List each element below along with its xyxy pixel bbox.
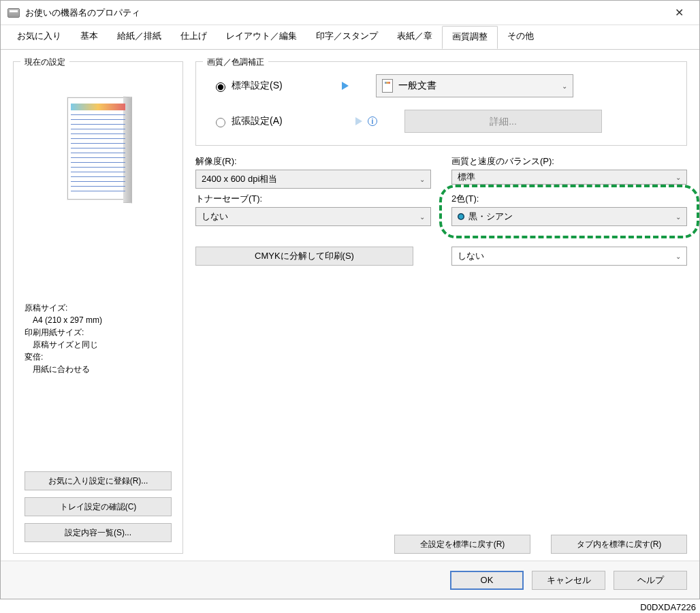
tray-settings-button[interactable]: トレイ設定の確認(C) [25,497,172,516]
twocolor-select[interactable]: 黒・シアン ⌄ [451,207,687,226]
twocolor-label: 2色(T): [451,193,687,205]
thumbnail-header-icon [71,104,125,110]
extended-radio[interactable]: 拡張設定(A) [212,115,301,127]
standard-row: 標準設定(S) 一般文書 ⌄ [212,74,670,97]
document-type-icon [382,79,393,93]
tab-cover[interactable]: 表紙／章 [387,26,442,49]
chevron-down-icon: ⌄ [675,174,681,181]
properties-dialog: お使いの機器名のプロパティ ✕ お気に入り 基本 給紙／排紙 仕上げ レイアウト… [0,0,700,599]
triangle-indicator-icon [342,82,349,90]
cmyk-option-value: しない [458,250,675,262]
tab-other[interactable]: その他 [498,26,543,49]
standard-radio-label: 標準設定(S) [232,80,283,92]
close-button[interactable]: ✕ [665,3,693,22]
reset-buttons-row: 全設定を標準に戻す(R) タブ内を標準に戻す(R) [195,535,687,554]
toner-value: しない [202,210,419,223]
thumbnail-lines-icon [71,114,125,195]
side-buttons: お気に入り設定に登録(R)... トレイ設定の確認(C) 設定内容一覧(S)..… [25,471,172,542]
orig-size-label: 原稿サイズ: [25,302,172,314]
triangle-indicator-muted-icon [355,117,362,125]
zoom-value: 用紙に合わせる [33,363,172,375]
settings-summary: 原稿サイズ: A4 (210 x 297 mm) 印刷用紙サイズ: 原稿サイズと… [25,302,172,375]
chevron-down-icon: ⌄ [562,82,567,90]
standard-radio-input[interactable] [216,82,225,92]
quality-correction-label: 画質／色調補正 [203,57,268,68]
tab-paper[interactable]: 給紙／排紙 [108,26,171,49]
help-button[interactable]: ヘルプ [614,571,687,590]
orig-size-value: A4 (210 x 297 mm) [33,314,172,326]
resolution-value: 2400 x 600 dpi相当 [202,173,419,185]
chevron-down-icon: ⌄ [675,213,681,221]
print-size-label: 印刷用紙サイズ: [25,326,172,339]
chevron-down-icon: ⌄ [419,176,425,183]
tab-favorites[interactable]: お気に入り [7,26,71,49]
chevron-down-icon: ⌄ [675,253,681,260]
doctype-select[interactable]: 一般文書 ⌄ [376,74,573,97]
window-title: お使いの機器名のプロパティ [25,7,665,19]
page-preview-thumbnail [67,97,129,200]
ok-button[interactable]: OK [450,571,524,590]
register-favorite-button[interactable]: お気に入り設定に登録(R)... [25,471,172,490]
twocolor-value: 黒・シアン [468,210,675,223]
extended-radio-input[interactable] [216,118,225,127]
tab-quality[interactable]: 画質調整 [442,26,498,49]
dialog-body: 現在の設定 原稿サイズ: A4 (210 x 297 mm) 印刷用紙サイズ: … [1,49,699,561]
toner-label: トナーセーブ(T): [195,193,431,205]
tab-stamp[interactable]: 印字／スタンプ [306,26,387,49]
print-size-value: 原稿サイズと同じ [33,339,172,351]
printer-icon [7,8,20,18]
settings-list-button[interactable]: 設定内容一覧(S)... [25,523,172,542]
info-icon: i [368,116,377,126]
settings-grid: 解像度(R): 2400 x 600 dpi相当 ⌄ 画質と速度のバランス(P)… [195,155,687,266]
right-panel: 画質／色調補正 標準設定(S) 一般文書 ⌄ [195,61,687,554]
reset-all-button[interactable]: 全設定を標準に戻す(R) [394,535,530,554]
quality-correction-group: 画質／色調補正 標準設定(S) 一般文書 ⌄ [195,61,687,146]
zoom-label: 変倍: [25,351,172,363]
toner-select[interactable]: しない ⌄ [195,207,431,226]
resolution-label: 解像度(R): [195,155,431,168]
balance-value: 標準 [458,171,675,183]
balance-label: 画質と速度のバランス(P): [451,155,687,168]
cmyk-button[interactable]: CMYKに分解して印刷(S) [195,247,413,266]
left-panel: 現在の設定 原稿サイズ: A4 (210 x 297 mm) 印刷用紙サイズ: … [13,61,183,554]
cmyk-option-select[interactable]: しない ⌄ [451,247,687,266]
tab-finish[interactable]: 仕上げ [171,26,217,49]
dialog-footer: OK キャンセル ヘルプ [1,561,699,599]
titlebar: お使いの機器名のプロパティ ✕ [1,1,699,25]
extended-radio-label: 拡張設定(A) [232,115,283,127]
tab-layout[interactable]: レイアウト／編集 [217,26,306,49]
details-button: 詳細... [404,110,602,133]
resolution-select[interactable]: 2400 x 600 dpi相当 ⌄ [195,170,431,189]
tab-basic[interactable]: 基本 [71,26,108,49]
cancel-button[interactable]: キャンセル [532,571,605,590]
balance-select[interactable]: 標準 ⌄ [451,170,687,185]
extended-row: 拡張設定(A) i 詳細... [212,110,670,133]
current-settings-group: 現在の設定 原稿サイズ: A4 (210 x 297 mm) 印刷用紙サイズ: … [13,61,183,554]
reset-tab-button[interactable]: タブ内を標準に戻す(R) [551,535,687,554]
document-id: D0DXDA7226 [0,602,696,612]
doctype-value: 一般文書 [398,80,556,92]
standard-radio[interactable]: 標準設定(S) [212,80,301,92]
tab-bar: お気に入り 基本 給紙／排紙 仕上げ レイアウト／編集 印字／スタンプ 表紙／章… [1,26,699,50]
current-settings-label: 現在の設定 [20,57,69,68]
color-swatch-icon [458,213,464,220]
chevron-down-icon: ⌄ [419,213,425,221]
